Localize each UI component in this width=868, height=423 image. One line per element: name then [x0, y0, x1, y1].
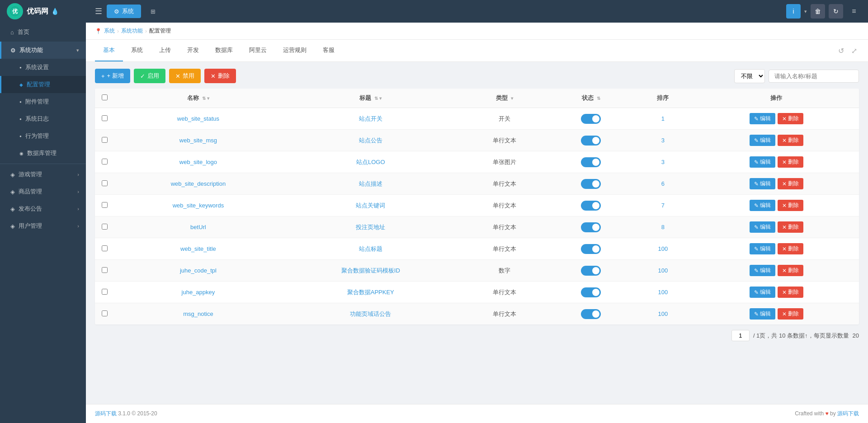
name-link-1[interactable]: web_site_status — [177, 115, 219, 122]
sort-link-7[interactable]: 100 — [658, 245, 668, 252]
row-checkbox-8[interactable] — [102, 267, 108, 273]
title-link-2[interactable]: 站点公告 — [359, 137, 382, 144]
tab-basic[interactable]: 基本 — [95, 40, 123, 61]
refresh-tab-icon[interactable]: ↺ — [836, 45, 846, 57]
breadcrumb-system[interactable]: 系统 — [104, 27, 115, 35]
nav-grid[interactable]: ⊞ — [143, 5, 163, 18]
name-link-6[interactable]: betUrl — [190, 224, 206, 230]
sidebar-item-game-mgmt[interactable]: ◈ 游戏管理 › — [0, 166, 86, 183]
toggle-7[interactable] — [581, 244, 601, 254]
del-btn-7[interactable]: ✕ 删除 — [778, 243, 803, 254]
sidebar-item-system-log[interactable]: ● 系统日志 — [0, 110, 86, 127]
edit-btn-5[interactable]: ✎ 编辑 — [750, 200, 775, 211]
add-button[interactable]: + + 新增 — [95, 69, 130, 83]
user-dropdown-arrow[interactable]: ▾ — [804, 9, 807, 14]
edit-btn-1[interactable]: ✎ 编辑 — [750, 113, 775, 124]
row-checkbox-5[interactable] — [102, 202, 108, 208]
sort-link-1[interactable]: 1 — [661, 115, 665, 122]
name-link-10[interactable]: msg_notice — [183, 310, 213, 317]
menu-icon-btn[interactable]: ≡ — [847, 4, 861, 19]
del-btn-6[interactable]: ✕ 删除 — [778, 221, 803, 233]
edit-btn-10[interactable]: ✎ 编辑 — [750, 308, 775, 320]
title-link-6[interactable]: 投注页地址 — [356, 224, 385, 230]
disable-button[interactable]: ✕ 禁用 — [169, 69, 201, 83]
expand-tab-icon[interactable]: ⤢ — [849, 45, 859, 57]
row-checkbox-9[interactable] — [102, 289, 108, 295]
tab-system[interactable]: 系统 — [123, 40, 151, 61]
toggle-6[interactable] — [581, 222, 601, 232]
title-link-5[interactable]: 站点关键词 — [356, 202, 385, 209]
row-checkbox-6[interactable] — [102, 224, 108, 230]
toggle-1[interactable] — [581, 114, 601, 124]
name-link-3[interactable]: web_site_logo — [179, 159, 217, 165]
title-link-3[interactable]: 站点LOGO — [356, 159, 385, 165]
page-number-input[interactable] — [731, 330, 750, 341]
name-link-5[interactable]: web_site_keywords — [173, 202, 224, 209]
row-checkbox-2[interactable] — [102, 137, 108, 143]
edit-btn-6[interactable]: ✎ 编辑 — [750, 221, 775, 233]
toggle-4[interactable] — [581, 179, 601, 189]
sort-link-4[interactable]: 6 — [661, 180, 665, 187]
name-link-9[interactable]: juhe_appkey — [182, 289, 215, 296]
toggle-3[interactable] — [581, 157, 601, 167]
tab-develop[interactable]: 开发 — [179, 40, 207, 61]
edit-btn-8[interactable]: ✎ 编辑 — [750, 265, 775, 276]
name-link-4[interactable]: web_site_description — [171, 180, 226, 187]
row-checkbox-4[interactable] — [102, 180, 108, 186]
hamburger-button[interactable]: ☰ — [90, 4, 107, 19]
sidebar-item-system-settings[interactable]: ● 系统设置 — [0, 59, 86, 76]
breadcrumb-system-func[interactable]: 系统功能 — [121, 27, 143, 35]
title-link-7[interactable]: 站点标题 — [359, 245, 382, 252]
sidebar-item-system-func[interactable]: ⚙ 系统功能 ▾ — [0, 42, 86, 59]
row-checkbox-3[interactable] — [102, 159, 108, 164]
select-all-checkbox[interactable] — [102, 94, 108, 100]
sort-link-10[interactable]: 100 — [658, 310, 668, 317]
toggle-10[interactable] — [581, 309, 601, 319]
tab-upload[interactable]: 上传 — [151, 40, 179, 61]
edit-btn-2[interactable]: ✎ 编辑 — [750, 135, 775, 146]
row-checkbox-7[interactable] — [102, 245, 108, 251]
del-btn-2[interactable]: ✕ 删除 — [778, 135, 803, 146]
sidebar-item-home[interactable]: ⌂ 首页 — [0, 23, 86, 42]
edit-btn-7[interactable]: ✎ 编辑 — [750, 243, 775, 254]
enable-button[interactable]: ✓ 启用 — [134, 69, 165, 83]
del-btn-10[interactable]: ✕ 删除 — [778, 308, 803, 320]
title-link-10[interactable]: 功能页域话公告 — [350, 310, 391, 317]
name-link-7[interactable]: web_site_title — [180, 245, 216, 252]
sidebar-item-publish-notice[interactable]: ◈ 发布公告 › — [0, 200, 86, 217]
edit-btn-4[interactable]: ✎ 编辑 — [750, 178, 775, 189]
search-input[interactable] — [769, 70, 859, 83]
source-download-link-left[interactable]: 源码下载 — [95, 410, 117, 417]
sidebar-item-attachment-mgmt[interactable]: ● 附件管理 — [0, 93, 86, 110]
filter-select[interactable]: 不限 — [734, 69, 765, 83]
toggle-2[interactable] — [581, 136, 601, 146]
sidebar-item-product-mgmt[interactable]: ◈ 商品管理 › — [0, 183, 86, 200]
delete-button[interactable]: ✕ 删除 — [204, 69, 236, 83]
title-link-4[interactable]: 站点描述 — [359, 180, 382, 187]
del-btn-8[interactable]: ✕ 删除 — [778, 265, 803, 276]
tab-operation[interactable]: 运营规则 — [275, 40, 315, 61]
row-checkbox-1[interactable] — [102, 115, 108, 121]
tab-database[interactable]: 数据库 — [207, 40, 241, 61]
title-link-9[interactable]: 聚合数据APPKEY — [347, 289, 394, 296]
sort-link-2[interactable]: 3 — [661, 137, 665, 144]
sort-link-3[interactable]: 3 — [661, 159, 665, 165]
toggle-9[interactable] — [581, 287, 601, 297]
title-link-1[interactable]: 站点开关 — [359, 115, 382, 122]
del-btn-1[interactable]: ✕ 删除 — [778, 113, 803, 124]
toggle-8[interactable] — [581, 266, 601, 276]
del-btn-5[interactable]: ✕ 删除 — [778, 200, 803, 211]
trash-icon-btn[interactable]: 🗑 — [811, 4, 825, 19]
nav-system[interactable]: ⚙ 系统 — [107, 5, 141, 18]
sort-link-6[interactable]: 8 — [661, 224, 665, 230]
name-link-2[interactable]: web_site_msg — [179, 137, 217, 144]
tab-customer[interactable]: 客服 — [315, 40, 343, 61]
refresh-icon-btn[interactable]: ↻ — [829, 4, 843, 19]
sidebar-item-behavior-mgmt[interactable]: ● 行为管理 — [0, 127, 86, 145]
sort-link-8[interactable]: 100 — [658, 267, 668, 274]
source-download-link-right[interactable]: 源码下载 — [837, 410, 859, 417]
edit-btn-3[interactable]: ✎ 编辑 — [750, 156, 775, 168]
title-link-8[interactable]: 聚合数据验证码模板ID — [341, 267, 400, 274]
row-checkbox-10[interactable] — [102, 310, 108, 316]
tab-aliyun[interactable]: 阿里云 — [241, 40, 275, 61]
